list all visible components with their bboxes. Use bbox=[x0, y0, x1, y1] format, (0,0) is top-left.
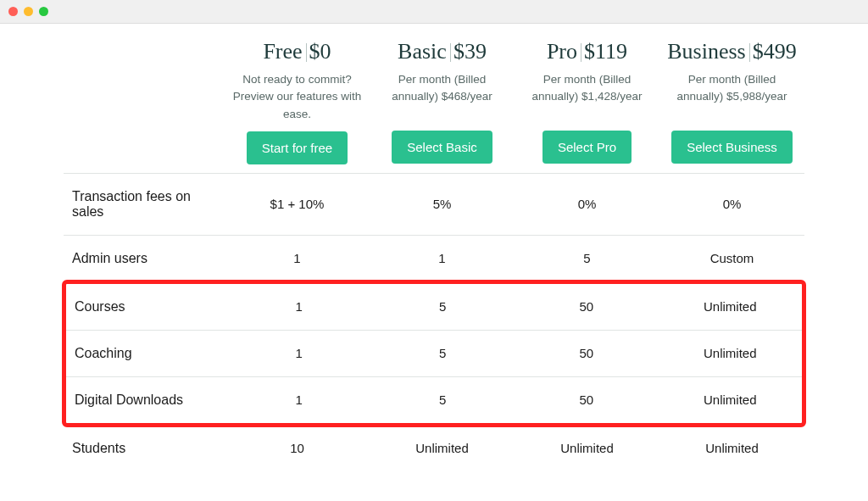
window-chrome bbox=[0, 0, 868, 24]
row-cell: Unlimited bbox=[659, 376, 803, 423]
close-icon[interactable] bbox=[8, 7, 18, 16]
minimize-icon[interactable] bbox=[24, 7, 33, 16]
row-cell: 5% bbox=[370, 173, 515, 235]
row-cell: 1 bbox=[227, 284, 371, 330]
row-cell: Unlimited bbox=[515, 426, 659, 471]
row-cell: 5 bbox=[371, 376, 515, 423]
row-cell: Unlimited bbox=[659, 330, 803, 376]
plan-subtitle: Per month (Billed annually) $5,988/year bbox=[666, 71, 798, 122]
row-cell: Unlimited bbox=[659, 284, 803, 330]
plan-header-pro: Pro$119 Per month (Billed annually) $1,4… bbox=[515, 24, 659, 173]
row-cell: 1 bbox=[370, 235, 515, 281]
row-cell: 50 bbox=[515, 330, 659, 376]
row-cell: 0% bbox=[515, 173, 659, 235]
row-label-admin-users: Admin users bbox=[64, 235, 225, 281]
plan-subtitle: Per month (Billed annually) $468/year bbox=[376, 71, 508, 122]
row-label-digital-downloads: Digital Downloads bbox=[66, 376, 227, 423]
plan-name: Business bbox=[667, 39, 745, 64]
plan-title-business: Business$499 bbox=[666, 39, 798, 64]
row-label-transaction-fees: Transaction fees on sales bbox=[64, 173, 225, 235]
highlight-box: Courses 1 5 50 Unlimited Coaching 1 5 50… bbox=[62, 280, 806, 427]
row-label-coaching: Coaching bbox=[66, 330, 227, 376]
row-cell: 5 bbox=[371, 284, 515, 330]
row-cell: 1 bbox=[227, 330, 371, 376]
maximize-icon[interactable] bbox=[39, 7, 48, 16]
row-label-courses: Courses bbox=[66, 284, 227, 330]
header-spacer bbox=[64, 24, 225, 173]
plan-subtitle: Not ready to commit? Preview our feature… bbox=[231, 71, 363, 123]
plan-price: $0 bbox=[309, 39, 331, 64]
row-cell: Unlimited bbox=[659, 426, 804, 471]
row-cell: 0% bbox=[659, 173, 804, 235]
start-for-free-button[interactable]: Start for free bbox=[247, 131, 348, 164]
plan-title-free: Free$0 bbox=[231, 39, 363, 64]
plan-price: $499 bbox=[753, 39, 797, 64]
row-cell: 1 bbox=[227, 376, 371, 423]
select-pro-button[interactable]: Select Pro bbox=[542, 131, 632, 164]
plan-price: $39 bbox=[453, 39, 487, 64]
row-cell: $1 + 10% bbox=[225, 173, 370, 235]
row-cell: 50 bbox=[515, 284, 659, 330]
select-basic-button[interactable]: Select Basic bbox=[392, 131, 492, 164]
row-cell: 1 bbox=[225, 235, 370, 281]
row-cell: 5 bbox=[371, 330, 515, 376]
plan-header-free: Free$0 Not ready to commit? Preview our … bbox=[225, 24, 370, 173]
plan-title-pro: Pro$119 bbox=[521, 39, 653, 64]
row-cell: Custom bbox=[659, 235, 804, 281]
row-cell: 5 bbox=[515, 235, 659, 281]
row-cell: 50 bbox=[515, 376, 659, 423]
plan-header-basic: Basic$39 Per month (Billed annually) $46… bbox=[370, 24, 515, 173]
row-label-students: Students bbox=[64, 426, 225, 471]
plan-name: Pro bbox=[547, 39, 577, 64]
plan-subtitle: Per month (Billed annually) $1,428/year bbox=[521, 71, 653, 122]
plan-header-business: Business$499 Per month (Billed annually)… bbox=[659, 24, 804, 173]
plan-name: Free bbox=[263, 39, 302, 64]
row-cell: Unlimited bbox=[370, 426, 515, 471]
row-cell: 10 bbox=[225, 426, 370, 471]
pricing-table: Free$0 Not ready to commit? Preview our … bbox=[0, 24, 868, 501]
plan-price: $119 bbox=[584, 39, 627, 64]
plan-title-basic: Basic$39 bbox=[376, 39, 508, 64]
select-business-button[interactable]: Select Business bbox=[671, 131, 793, 164]
plan-name: Basic bbox=[398, 39, 447, 64]
